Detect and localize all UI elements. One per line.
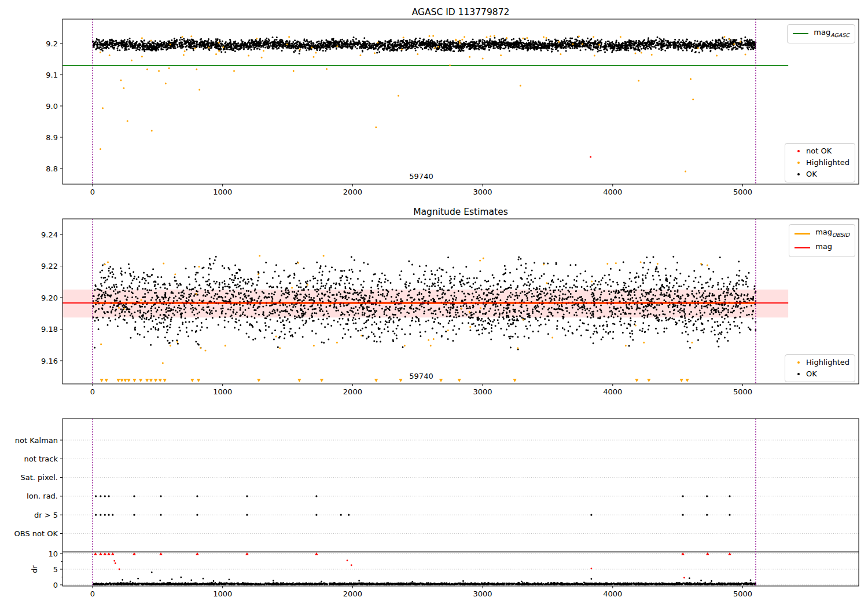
- dr-tick-label: 10: [48, 550, 58, 558]
- highlighted-marker-2: [797, 361, 800, 364]
- p2-below-range-markers: [100, 379, 689, 383]
- category-label: dr > 5: [34, 511, 58, 519]
- ok-label: OK: [806, 170, 817, 179]
- x-tick-label: 3000: [473, 589, 492, 598]
- y-tick-label: 9.2: [46, 39, 58, 48]
- y-tick-label: 9.24: [41, 230, 58, 239]
- plot2-title: Magnitude Estimates: [413, 207, 508, 217]
- x-tick-label: 2000: [343, 387, 362, 396]
- category-label: Ion. rad.: [27, 492, 58, 500]
- ok-marker-2: [797, 373, 800, 375]
- x-tick-label: 5000: [733, 188, 752, 196]
- plot2-obsid-label: 59740: [409, 372, 433, 380]
- x-tick-label: 0: [90, 387, 95, 396]
- highlighted-marker: [797, 162, 800, 164]
- x-tick-label: 4000: [603, 387, 622, 396]
- highlighted-label: Highlighted: [806, 158, 849, 167]
- dr-axis-label: dr: [30, 565, 39, 573]
- category-label: not Kalman: [15, 436, 58, 445]
- x-tick-label: 5000: [733, 589, 752, 598]
- x-tick-label: 1000: [213, 589, 232, 598]
- category-label: Sat. pixel.: [21, 473, 58, 482]
- not-ok-marker: [797, 150, 800, 152]
- mag-obsid-label: magOBSID: [815, 228, 849, 240]
- legend-row-mag: mag: [795, 242, 849, 254]
- legend-row-mag-agasc: magAGASC: [793, 28, 849, 40]
- x-tick-label: 1000: [213, 387, 232, 396]
- plot1-line-legend: magAGASC: [787, 24, 855, 43]
- p1-ok-points: [93, 37, 756, 54]
- x-tick-label: 5000: [733, 387, 752, 396]
- y-tick-label: 9.18: [41, 325, 58, 334]
- legend-row-mag-obsid: magOBSID: [795, 228, 849, 240]
- plot2-line-legend: magOBSID mag: [789, 224, 855, 257]
- p1-highlighted-points: [100, 36, 745, 171]
- mag-obsid-line-sample: [795, 233, 810, 235]
- x-tick-label: 4000: [603, 589, 622, 598]
- plot1-title: AGASC ID 113779872: [412, 7, 510, 17]
- highlighted-label-2: Highlighted: [806, 358, 849, 367]
- mag-line-sample: [795, 247, 810, 248]
- y-tick-label: 9.0: [46, 102, 58, 111]
- legend-row-not-ok: not OK: [790, 146, 849, 156]
- category-label: OBS not OK: [14, 529, 58, 538]
- mag-agasc-label: magAGASC: [814, 28, 849, 40]
- x-tick-label: 3000: [473, 188, 492, 196]
- dr-tick-label: 0: [53, 581, 58, 589]
- x-tick-label: 0: [90, 589, 95, 598]
- legend-row-highlighted-2: Highlighted: [790, 358, 849, 367]
- x-tick-label: 2000: [343, 188, 362, 196]
- mag-agasc-line-sample: [793, 33, 808, 34]
- not-ok-label: not OK: [806, 146, 832, 156]
- plot2-points-legend: Highlighted OK: [785, 354, 855, 382]
- y-tick-label: 9.20: [41, 294, 58, 302]
- dr-red-points: [115, 561, 685, 578]
- mag-label: mag: [815, 242, 832, 254]
- category-label: not track: [24, 455, 58, 463]
- x-tick-label: 3000: [473, 387, 492, 396]
- plot-canvas: 0100020003000400050008.88.99.09.19.20100…: [0, 0, 868, 608]
- y-tick-label: 9.1: [46, 71, 58, 79]
- x-tick-label: 2000: [343, 589, 362, 598]
- x-tick-label: 4000: [603, 188, 622, 196]
- plot3-frame: [62, 419, 859, 586]
- plot1-points-legend: not OK Highlighted OK: [785, 143, 855, 182]
- dr-tick-label: 5: [53, 565, 58, 574]
- plot1-obsid-label: 59740: [409, 172, 433, 181]
- x-tick-label: 1000: [213, 188, 232, 196]
- y-tick-label: 8.9: [46, 133, 58, 142]
- legend-row-ok-2: OK: [790, 369, 849, 379]
- dr-points: [93, 583, 755, 585]
- y-tick-label: 8.8: [46, 164, 58, 173]
- dr-spike-points: [123, 572, 751, 581]
- legend-row-highlighted: Highlighted: [790, 158, 849, 167]
- y-tick-label: 9.16: [41, 357, 58, 365]
- figure: 0100020003000400050008.88.99.09.19.20100…: [0, 0, 868, 608]
- ok-marker: [797, 173, 800, 175]
- ok-label-2: OK: [806, 369, 817, 379]
- legend-row-ok: OK: [790, 170, 849, 179]
- y-tick-label: 9.22: [41, 262, 58, 270]
- x-tick-label: 0: [90, 188, 95, 196]
